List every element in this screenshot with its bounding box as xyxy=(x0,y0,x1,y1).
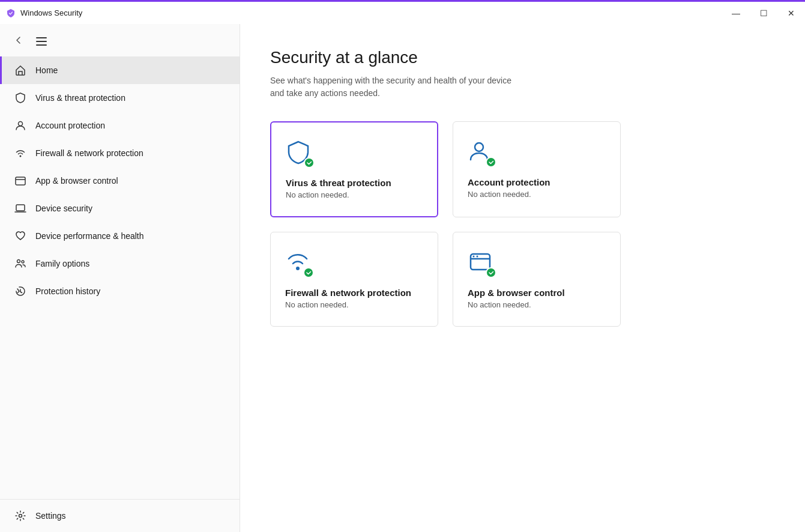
sidebar-item-settings[interactable]: Settings xyxy=(0,502,240,530)
maximize-button[interactable]: ☐ xyxy=(750,1,777,25)
card-firewall[interactable]: Firewall & network protection No action … xyxy=(270,232,438,327)
sidebar-item-home[interactable]: Home xyxy=(0,56,240,84)
card-firewall-check xyxy=(303,267,314,278)
card-account-check xyxy=(486,157,496,168)
settings-icon xyxy=(14,509,27,522)
heart-icon xyxy=(14,229,27,243)
window-title: Windows Security xyxy=(20,8,82,17)
svg-point-6 xyxy=(22,261,24,263)
svg-point-5 xyxy=(17,260,20,263)
card-virus-subtitle: No action needed. xyxy=(286,190,423,199)
close-button[interactable]: ✕ xyxy=(777,1,805,25)
sidebar-item-devicesecurity[interactable]: Device security xyxy=(0,195,240,222)
card-virus[interactable]: Virus & threat protection No action need… xyxy=(270,121,438,217)
app-container: Home Virus & threat protection Account p… xyxy=(0,24,805,532)
svg-rect-2 xyxy=(16,177,25,185)
card-firewall-icon-wrapper xyxy=(285,249,314,278)
svg-point-1 xyxy=(20,156,22,157)
browser-icon xyxy=(14,174,27,187)
card-firewall-title: Firewall & network protection xyxy=(285,288,423,298)
sidebar-item-history-label: Protection history xyxy=(35,286,100,296)
family-icon xyxy=(14,257,27,270)
sidebar-item-devicehealth[interactable]: Device performance & health xyxy=(0,222,240,250)
hamburger-line xyxy=(36,41,47,42)
svg-point-9 xyxy=(296,267,300,270)
sidebar-item-devicesecurity-label: Device security xyxy=(35,204,92,213)
page-subtitle: See what's happening with the security a… xyxy=(270,74,775,100)
card-account[interactable]: Account protection No action needed. xyxy=(453,121,621,217)
back-button[interactable] xyxy=(10,34,28,49)
sidebar-item-appbrowser-label: App & browser control xyxy=(35,176,118,186)
sidebar-item-home-label: Home xyxy=(35,65,58,75)
card-virus-check xyxy=(304,157,315,168)
page-title: Security at a glance xyxy=(270,48,775,67)
sidebar-item-virus-label: Virus & threat protection xyxy=(35,93,125,103)
sidebar-item-history[interactable]: Protection history xyxy=(0,277,240,305)
minimize-button[interactable]: — xyxy=(722,1,750,25)
cards-grid: Virus & threat protection No action need… xyxy=(270,121,775,327)
hamburger-button[interactable] xyxy=(34,35,49,48)
sidebar-item-firewall[interactable]: Firewall & network protection xyxy=(0,139,240,167)
history-icon xyxy=(14,285,27,298)
sidebar-item-appbrowser[interactable]: App & browser control xyxy=(0,167,240,195)
svg-point-0 xyxy=(19,122,23,126)
home-icon xyxy=(14,64,27,77)
sidebar-spacer xyxy=(0,305,240,499)
card-account-subtitle: No action needed. xyxy=(468,190,606,199)
card-virus-icon-wrapper xyxy=(286,139,315,168)
sidebar-item-family[interactable]: Family options xyxy=(0,250,240,277)
card-virus-title: Virus & threat protection xyxy=(286,178,423,188)
card-appbrowser-subtitle: No action needed. xyxy=(468,300,606,309)
svg-rect-4 xyxy=(16,205,25,211)
sidebar-item-account-label: Account protection xyxy=(35,121,105,130)
hamburger-line xyxy=(36,37,47,38)
sidebar-item-firewall-label: Firewall & network protection xyxy=(35,148,143,158)
card-account-icon-wrapper xyxy=(468,139,496,168)
card-appbrowser-title: App & browser control xyxy=(468,288,606,298)
app-icon xyxy=(6,8,16,18)
sidebar-item-account[interactable]: Account protection xyxy=(0,112,240,139)
main-content: Security at a glance See what's happenin… xyxy=(240,24,805,532)
svg-point-8 xyxy=(475,143,483,151)
svg-point-13 xyxy=(477,256,478,258)
window-controls: — ☐ ✕ xyxy=(722,1,805,25)
sidebar-item-family-label: Family options xyxy=(35,259,89,268)
card-appbrowser-check xyxy=(486,267,496,278)
shield-icon xyxy=(14,91,27,104)
title-bar: Windows Security — ☐ ✕ xyxy=(0,0,805,24)
title-bar-left: Windows Security xyxy=(6,8,82,18)
hamburger-line xyxy=(36,44,47,46)
svg-point-7 xyxy=(19,515,22,518)
person-icon xyxy=(14,119,27,132)
sidebar-bottom: Settings xyxy=(0,499,240,532)
card-appbrowser[interactable]: App & browser control No action needed. xyxy=(453,232,621,327)
sidebar: Home Virus & threat protection Account p… xyxy=(0,24,240,532)
card-account-title: Account protection xyxy=(468,177,606,187)
wifi-icon xyxy=(14,147,27,160)
sidebar-item-devicehealth-label: Device performance & health xyxy=(35,231,144,241)
sidebar-top xyxy=(0,29,240,54)
card-appbrowser-icon-wrapper xyxy=(468,249,496,278)
sidebar-item-settings-label: Settings xyxy=(35,511,66,521)
svg-point-12 xyxy=(473,256,475,258)
sidebar-item-virus[interactable]: Virus & threat protection xyxy=(0,84,240,112)
card-firewall-subtitle: No action needed. xyxy=(285,300,423,309)
laptop-icon xyxy=(14,202,27,215)
